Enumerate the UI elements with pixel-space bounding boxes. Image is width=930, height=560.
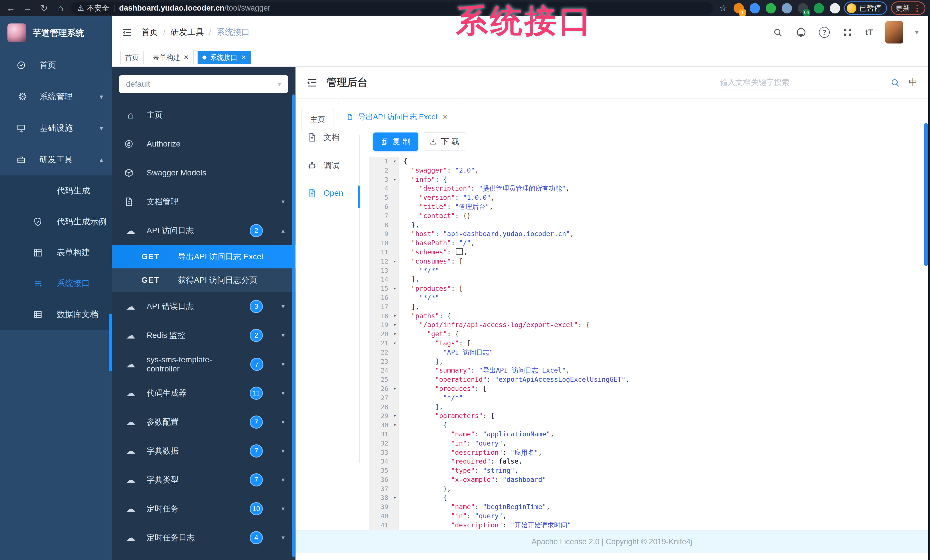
back-icon[interactable]: ← bbox=[5, 0, 17, 16]
url-text[interactable]: dashboard.yudao.iocoder.cn/tool/swagger bbox=[119, 4, 270, 12]
avatar-caret-icon[interactable]: ▾ bbox=[915, 28, 919, 36]
doc-search-input[interactable]: 输入文档关键字搜索 bbox=[719, 75, 881, 91]
menu-dots-icon[interactable]: ⋮ bbox=[913, 3, 921, 13]
logo-row[interactable]: 芋道管理系统 bbox=[0, 16, 112, 49]
chevron-down-icon[interactable]: ▾ bbox=[273, 447, 285, 455]
collapsed-array-icon[interactable] bbox=[456, 248, 463, 255]
ext-dark-icon[interactable]: 6n bbox=[798, 3, 808, 14]
sidebar-item-4[interactable]: 研发工具▴ bbox=[0, 144, 112, 175]
chevron-down-icon[interactable]: ▾ bbox=[273, 303, 285, 310]
fold-marker-icon[interactable]: ▾ bbox=[393, 411, 396, 420]
sidebar-subitem-4[interactable]: 系统接口 bbox=[0, 268, 112, 299]
swagger-item-3[interactable]: Swagger Models bbox=[112, 158, 296, 187]
close-icon[interactable]: ✕ bbox=[183, 54, 189, 61]
swagger-item-2[interactable]: Authorize bbox=[112, 129, 296, 158]
paused-extension-pill[interactable]: 已暂停 bbox=[844, 2, 887, 15]
ext-orange-icon[interactable]: 1 bbox=[734, 3, 744, 14]
fold-marker-icon[interactable]: ▾ bbox=[393, 284, 396, 293]
doc-search-icon[interactable] bbox=[889, 77, 901, 88]
fold-marker-icon[interactable]: ▾ bbox=[393, 420, 396, 430]
sidebar-scrollbar-thumb[interactable] bbox=[109, 314, 112, 371]
not-secure-badge[interactable]: ⚠ 不安全 bbox=[77, 3, 109, 13]
download-button[interactable]: 下 载 bbox=[423, 132, 466, 151]
close-icon[interactable]: ✕ bbox=[241, 54, 246, 61]
browser-update-button[interactable]: 更新 ⋮ bbox=[891, 2, 925, 15]
tab-系统接口[interactable]: 系统接口✕ bbox=[197, 51, 251, 64]
side-tab-文档[interactable]: 文档 bbox=[308, 132, 340, 143]
swagger-item-5[interactable]: ☁API 访问日志2▴ bbox=[112, 216, 296, 245]
ext-star-icon[interactable] bbox=[830, 3, 840, 14]
collapse-menu-icon[interactable] bbox=[306, 77, 318, 88]
fold-marker-icon[interactable]: ▾ bbox=[393, 493, 396, 502]
swagger-item-9[interactable]: ☁代码生成器11▾ bbox=[112, 379, 296, 408]
swagger-item-8[interactable]: ☁sys-sms-template-controller7▾ bbox=[112, 350, 296, 379]
chevron-down-icon[interactable]: ▾ bbox=[273, 418, 285, 426]
ext-grid-icon[interactable] bbox=[782, 3, 792, 14]
help-icon[interactable]: ? bbox=[819, 27, 830, 38]
doc-tab-主页[interactable]: 主页 bbox=[301, 108, 334, 131]
swagger-item-4[interactable]: 文档管理▾ bbox=[112, 187, 296, 216]
swagger-item-10[interactable]: ☁参数配置7▾ bbox=[112, 408, 296, 436]
reload-icon[interactable]: ↻ bbox=[38, 0, 51, 16]
tab-表单构建[interactable]: 表单构建✕ bbox=[148, 51, 194, 64]
user-avatar[interactable] bbox=[885, 21, 903, 43]
hamburger-fold-icon[interactable] bbox=[122, 27, 133, 38]
swagger-item-1[interactable]: ⌂主页 bbox=[112, 100, 296, 129]
bookmark-star-icon[interactable]: ☆ bbox=[717, 0, 730, 16]
swagger-item-14[interactable]: ☁定时任务日志4▾ bbox=[112, 523, 296, 552]
code-editor[interactable]: 1▾23▾456789101112▾131415▾161718▾19▾20▾21… bbox=[370, 157, 925, 530]
github-icon[interactable] bbox=[795, 27, 807, 38]
group-select[interactable]: default ▾ bbox=[119, 75, 288, 93]
sidebar-subitem-1[interactable]: 代码生成 bbox=[0, 175, 112, 206]
sidebar-item-3[interactable]: 基础设施▾ bbox=[0, 112, 112, 144]
chevron-down-icon[interactable]: ▾ bbox=[273, 505, 285, 512]
editor-code[interactable]: { "swagger": "2.0", "info": { "descripti… bbox=[399, 157, 925, 530]
swagger-item-13[interactable]: ☁定时任务10▾ bbox=[112, 494, 296, 523]
font-size-icon[interactable]: tT bbox=[865, 28, 873, 37]
chevron-down-icon[interactable]: ▾ bbox=[273, 390, 285, 397]
endpoint-导出API 访问日志 Excel[interactable]: GET导出API 访问日志 Excel bbox=[112, 245, 296, 268]
swagger-item-7[interactable]: ☁Redis 监控2▾ bbox=[112, 321, 296, 350]
endpoint-获得API 访问日志分页[interactable]: GET获得API 访问日志分页 bbox=[112, 268, 296, 292]
swagger-scrollbar-thumb[interactable] bbox=[293, 94, 295, 557]
swagger-item-6[interactable]: ☁API 错误日志3▾ bbox=[112, 292, 296, 321]
fullscreen-icon[interactable] bbox=[842, 27, 853, 38]
fold-marker-icon[interactable]: ▾ bbox=[393, 384, 396, 393]
side-tab-Open[interactable]: Open bbox=[308, 189, 343, 198]
doc-tab-导出API 访问日志 Excel[interactable]: 导出API 访问日志 Excel✕ bbox=[338, 103, 457, 131]
ext-green-ring-icon[interactable] bbox=[766, 3, 776, 14]
breadcrumb-item[interactable]: 首页 bbox=[142, 27, 158, 38]
breadcrumb-item[interactable]: 研发工具 bbox=[171, 27, 204, 38]
sidebar-subitem-2[interactable]: 代码生成示例 bbox=[0, 206, 112, 237]
language-toggle[interactable]: 中 bbox=[909, 77, 918, 88]
chevron-down-icon[interactable]: ▾ bbox=[273, 331, 285, 339]
sidebar-item-2[interactable]: ⚙系统管理▾ bbox=[0, 81, 112, 112]
address-bar[interactable]: ⚠ 不安全 | dashboard.yudao.iocoder.cn/tool/… bbox=[71, 2, 713, 15]
fold-marker-icon[interactable]: ▾ bbox=[393, 321, 396, 330]
copy-button[interactable]: 复 制 bbox=[373, 132, 418, 151]
sidebar-subitem-3[interactable]: 表单构建 bbox=[0, 237, 112, 268]
chevron-down-icon[interactable]: ▾ bbox=[273, 534, 285, 542]
ext-leaf-icon[interactable] bbox=[814, 3, 824, 14]
fold-marker-icon[interactable]: ▾ bbox=[393, 257, 396, 266]
chevron-down-icon[interactable]: ▾ bbox=[273, 198, 285, 206]
forward-icon[interactable]: → bbox=[21, 0, 34, 16]
search-icon[interactable] bbox=[772, 27, 784, 38]
swagger-item-11[interactable]: ☁字典数据7▾ bbox=[112, 436, 296, 465]
close-icon[interactable]: ✕ bbox=[442, 113, 448, 121]
ext-blue-drop-icon[interactable] bbox=[750, 3, 760, 14]
chevron-up-icon[interactable]: ▴ bbox=[273, 227, 285, 234]
chevron-down-icon[interactable]: ▾ bbox=[273, 361, 285, 368]
tab-首页[interactable]: 首页 bbox=[120, 51, 144, 64]
chevron-down-icon[interactable]: ▾ bbox=[273, 476, 285, 483]
swagger-item-12[interactable]: ☁字典类型7▾ bbox=[112, 465, 296, 494]
main-scrollbar-thumb[interactable] bbox=[924, 123, 928, 266]
side-tab-调试[interactable]: 调试 bbox=[308, 160, 340, 171]
swagger-item-15[interactable]: ☁岗位4▾ bbox=[112, 552, 296, 560]
fold-marker-icon[interactable]: ▾ bbox=[393, 175, 396, 184]
sidebar-subitem-5[interactable]: 数据库文档 bbox=[0, 299, 112, 330]
fold-marker-icon[interactable]: ▾ bbox=[393, 311, 396, 321]
fold-marker-icon[interactable]: ▾ bbox=[393, 330, 396, 339]
sidebar-item-1[interactable]: 首页 bbox=[0, 49, 112, 81]
home-icon[interactable]: ⌂ bbox=[54, 0, 67, 16]
